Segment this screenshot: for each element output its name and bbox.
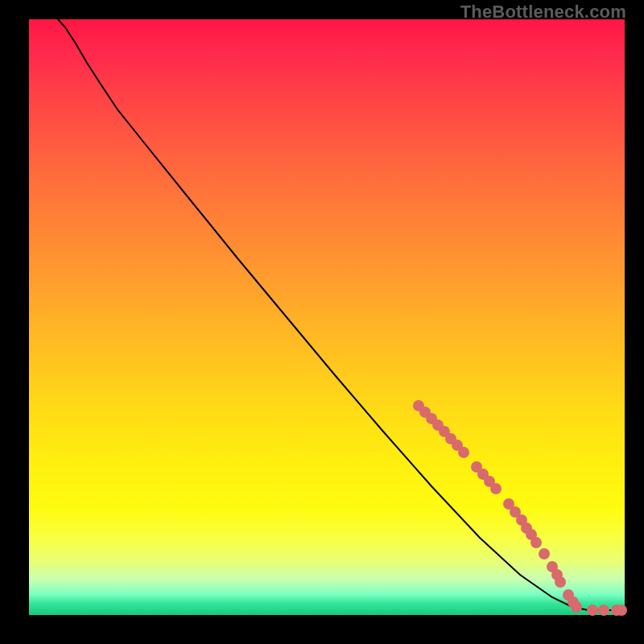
dot-layer — [413, 400, 627, 616]
data-point — [539, 548, 550, 559]
data-point — [616, 605, 627, 616]
watermark: TheBottleneck.com — [460, 2, 626, 23]
data-point — [571, 601, 582, 613]
chart-svg — [29, 19, 625, 615]
data-point — [490, 483, 502, 494]
data-point — [587, 605, 598, 616]
data-point — [598, 605, 609, 616]
data-point — [555, 576, 566, 588]
chart-area — [29, 19, 625, 615]
data-point — [458, 447, 469, 458]
data-point — [530, 537, 542, 548]
curve-line — [58, 19, 625, 610]
